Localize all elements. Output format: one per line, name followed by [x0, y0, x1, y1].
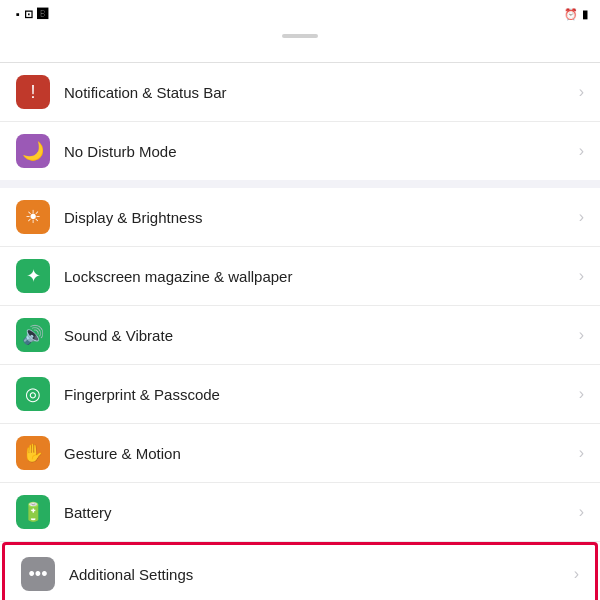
battery-icon: ▮ [582, 8, 588, 21]
no-disturb-mode-icon: 🌙 [16, 134, 50, 168]
fingerprint-passcode-chevron: › [579, 385, 584, 403]
settings-item-notification-status-bar[interactable]: !Notification & Status Bar› [0, 63, 600, 122]
scroll-indicator [0, 28, 600, 40]
settings-section-notifications: !Notification & Status Bar›🌙No Disturb M… [0, 63, 600, 180]
gesture-motion-chevron: › [579, 444, 584, 462]
no-disturb-mode-chevron: › [579, 142, 584, 160]
settings-header [0, 40, 600, 63]
notification-status-bar-chevron: › [579, 83, 584, 101]
sound-vibrate-icon: 🔊 [16, 318, 50, 352]
battery-icon: 🔋 [16, 495, 50, 529]
wifi-icon: ⊡ [24, 8, 33, 21]
lockscreen-wallpaper-label: Lockscreen magazine & wallpaper [64, 268, 571, 285]
lockscreen-wallpaper-icon: ✦ [16, 259, 50, 293]
settings-item-no-disturb-mode[interactable]: 🌙No Disturb Mode› [0, 122, 600, 180]
signal-icon: ▪ [16, 8, 20, 20]
settings-item-lockscreen-wallpaper[interactable]: ✦Lockscreen magazine & wallpaper› [0, 247, 600, 306]
extra-icon: 🅱 [37, 8, 48, 20]
status-right: ⏰ ▮ [564, 8, 588, 21]
additional-settings-label: Additional Settings [69, 566, 566, 583]
display-brightness-label: Display & Brightness [64, 209, 571, 226]
battery-chevron: › [579, 503, 584, 521]
sound-vibrate-chevron: › [579, 326, 584, 344]
settings-item-display-brightness[interactable]: ☀Display & Brightness› [0, 188, 600, 247]
settings-item-additional-settings[interactable]: •••Additional Settings› [2, 542, 598, 600]
status-bar: ▪ ⊡ 🅱 ⏰ ▮ [0, 0, 600, 28]
battery-label: Battery [64, 504, 571, 521]
settings-list: !Notification & Status Bar›🌙No Disturb M… [0, 63, 600, 600]
settings-item-fingerprint-passcode[interactable]: ◎Fingerprint & Passcode› [0, 365, 600, 424]
gesture-motion-label: Gesture & Motion [64, 445, 571, 462]
no-disturb-mode-label: No Disturb Mode [64, 143, 571, 160]
status-left: ▪ ⊡ 🅱 [12, 8, 48, 21]
additional-settings-chevron: › [574, 565, 579, 583]
lockscreen-wallpaper-chevron: › [579, 267, 584, 285]
display-brightness-icon: ☀ [16, 200, 50, 234]
notification-status-bar-label: Notification & Status Bar [64, 84, 571, 101]
fingerprint-passcode-icon: ◎ [16, 377, 50, 411]
settings-section-personalization: ☀Display & Brightness›✦Lockscreen magazi… [0, 188, 600, 600]
alarm-icon: ⏰ [564, 8, 578, 21]
settings-item-gesture-motion[interactable]: ✋Gesture & Motion› [0, 424, 600, 483]
display-brightness-chevron: › [579, 208, 584, 226]
additional-settings-icon: ••• [21, 557, 55, 591]
fingerprint-passcode-label: Fingerprint & Passcode [64, 386, 571, 403]
gesture-motion-icon: ✋ [16, 436, 50, 470]
settings-item-sound-vibrate[interactable]: 🔊Sound & Vibrate› [0, 306, 600, 365]
settings-item-battery[interactable]: 🔋Battery› [0, 483, 600, 542]
sound-vibrate-label: Sound & Vibrate [64, 327, 571, 344]
notification-status-bar-icon: ! [16, 75, 50, 109]
